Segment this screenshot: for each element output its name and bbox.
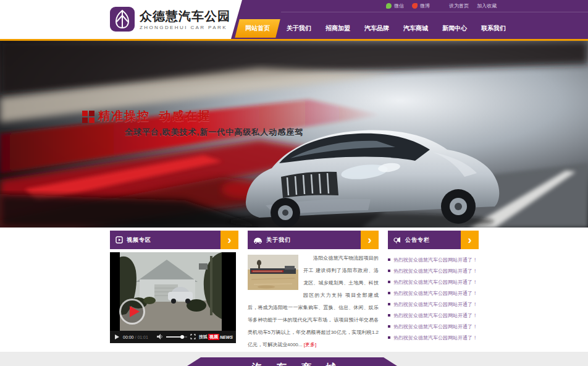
video-icon bbox=[116, 236, 123, 244]
video-brand: 搜狐 视频 NEWS bbox=[199, 334, 233, 340]
nav-item-news[interactable]: 新闻中心 bbox=[437, 19, 472, 38]
nav-label: 联系我们 bbox=[481, 25, 506, 32]
time-current: 00:00 bbox=[123, 335, 134, 339]
about-panel-more-button[interactable]: › bbox=[361, 231, 379, 249]
wechat-icon bbox=[386, 3, 392, 9]
bullet-icon bbox=[388, 325, 390, 328]
bullet-icon bbox=[388, 281, 390, 283]
about-panel-title: 关于我们 bbox=[266, 236, 291, 244]
page: 微信 微博 设为首页 加入收藏 众德慧汽车公园 bbox=[0, 0, 588, 366]
nav-label: 网站首页 bbox=[245, 19, 270, 38]
nav-item-about[interactable]: 关于我们 bbox=[281, 19, 317, 38]
notice-list-item[interactable]: 热烈祝贺众德慧汽车公园网站开通了！ bbox=[388, 265, 479, 276]
notice-panel-title: 公告专栏 bbox=[405, 236, 430, 244]
bullet-icon bbox=[388, 303, 390, 305]
content-panels: 视频专区 › bbox=[110, 231, 479, 348]
time-divider: / bbox=[135, 335, 136, 339]
site-title-en: ZHONGDEHUI CAR PARK bbox=[140, 25, 230, 30]
add-favorite-link[interactable]: 加入收藏 bbox=[477, 2, 497, 9]
about-panel: 关于我们 › 洛阳众德慧汽车物流园项目的开工 建设得到了洛阳市政府、洛龙区、城乡… bbox=[248, 231, 379, 351]
bullet-icon bbox=[388, 292, 390, 294]
notice-list-item[interactable]: 热烈祝贺众德慧汽车公园网站开通了！ bbox=[388, 332, 479, 343]
nav-label: 新闻中心 bbox=[442, 25, 467, 32]
nav-label: 汽车商城 bbox=[403, 25, 428, 32]
set-home-label: 设为首页 bbox=[449, 2, 469, 9]
bullet-icon bbox=[388, 270, 390, 272]
video-panel-header: 视频专区 › bbox=[110, 231, 238, 249]
notice-list: 热烈祝贺众德慧汽车公园网站开通了！ 热烈祝贺众德慧汽车公园网站开通了！ 热烈祝贺… bbox=[388, 254, 479, 343]
nav-item-mall[interactable]: 汽车商城 bbox=[398, 19, 434, 38]
nav-label: 招商加盟 bbox=[326, 25, 350, 32]
notice-list-item[interactable]: 热烈祝贺众德慧汽车公园网站开通了！ bbox=[388, 254, 479, 265]
logo-icon bbox=[110, 7, 135, 32]
footer-section-title: 汽车商城 bbox=[0, 362, 588, 366]
megaphone-icon bbox=[393, 236, 401, 244]
wechat-link[interactable]: 微信 bbox=[386, 2, 404, 9]
notice-list-item[interactable]: 热烈祝贺众德慧汽车公园网站开通了！ bbox=[388, 299, 479, 310]
nav-label: 关于我们 bbox=[287, 25, 311, 32]
notice-panel: 公告专栏 › 热烈祝贺众德慧汽车公园网站开通了！ 热烈祝贺众德慧汽车公园网站开通… bbox=[388, 231, 479, 343]
add-favorite-label: 加入收藏 bbox=[477, 2, 497, 9]
logo-text: 众德慧汽车公园 ZHONGDEHUI CAR PARK bbox=[140, 9, 230, 30]
player-play-icon[interactable] bbox=[115, 334, 119, 339]
nav-item-home[interactable]: 网站首页 bbox=[235, 19, 280, 38]
weibo-link[interactable]: 微博 bbox=[412, 2, 430, 9]
topbar: 微信 微博 设为首页 加入收藏 bbox=[281, 0, 588, 12]
notice-item-text: 热烈祝贺众德慧汽车公园网站开通了！ bbox=[393, 334, 477, 341]
hero-grid-icon bbox=[82, 111, 94, 123]
bullet-icon bbox=[388, 258, 390, 261]
volume-icon[interactable] bbox=[157, 334, 163, 340]
main-nav: 网站首页 关于我们 招商加盟 汽车品牌 汽车商城 新闻中心 联系我们 bbox=[237, 19, 514, 38]
car-icon bbox=[253, 237, 262, 244]
time-total: 01:01 bbox=[137, 335, 148, 339]
notice-panel-header: 公告专栏 › bbox=[388, 231, 479, 249]
video-controls: 00:00 / 01:01 bbox=[110, 331, 236, 343]
weibo-label: 微博 bbox=[420, 2, 430, 9]
notice-list-item[interactable]: 热烈祝贺众德慧汽车公园网站开通了！ bbox=[388, 310, 479, 321]
notice-item-text: 热烈祝贺众德慧汽车公园网站开通了！ bbox=[393, 301, 477, 308]
player-time: 00:00 / 01:01 bbox=[123, 335, 148, 339]
more-link[interactable]: [更多] bbox=[304, 342, 316, 347]
notice-item-text: 热烈祝贺众德慧汽车公园网站开通了！ bbox=[393, 323, 477, 330]
weibo-icon bbox=[412, 3, 418, 9]
fullscreen-icon[interactable] bbox=[190, 334, 196, 340]
notice-list-item[interactable]: 热烈祝贺众德慧汽车公园网站开通了！ bbox=[388, 287, 479, 299]
video-panel-title: 视频专区 bbox=[127, 236, 151, 244]
brand-news: NEWS bbox=[220, 335, 233, 339]
hero-carousel[interactable]: 精准操控 动感在握 全球平台,欧美技术,新一代中高级私人动感座驾 bbox=[0, 41, 588, 228]
hero-subtitle: 全球平台,欧美技术,新一代中高级私人动感座驾 bbox=[125, 127, 303, 138]
nav-label: 汽车品牌 bbox=[364, 25, 389, 32]
hero-title: 精准操控 动感在握 bbox=[98, 108, 211, 124]
notice-list-item[interactable]: 热烈祝贺众德慧汽车公园网站开通了！ bbox=[388, 276, 479, 287]
site-title: 众德慧汽车公园 bbox=[140, 9, 230, 23]
bullet-icon bbox=[388, 314, 390, 317]
video-panel-more-button[interactable]: › bbox=[220, 231, 238, 249]
notice-item-text: 热烈祝贺众德慧汽车公园网站开通了！ bbox=[393, 268, 477, 274]
about-image[interactable] bbox=[248, 255, 298, 290]
video-player[interactable]: 00:00 / 01:01 bbox=[110, 252, 236, 343]
brand-tv-badge: 视频 bbox=[208, 334, 219, 340]
about-panel-header: 关于我们 › bbox=[248, 231, 379, 249]
header: 微信 微博 设为首页 加入收藏 众德慧汽车公园 bbox=[0, 0, 588, 39]
volume-slider[interactable] bbox=[166, 336, 187, 338]
play-button[interactable] bbox=[119, 299, 145, 325]
nav-item-join[interactable]: 招商加盟 bbox=[320, 19, 356, 38]
nav-item-contact[interactable]: 联系我们 bbox=[476, 19, 511, 38]
bullet-icon bbox=[388, 336, 390, 339]
logo[interactable]: 众德慧汽车公园 ZHONGDEHUI CAR PARK bbox=[110, 7, 230, 32]
notice-item-text: 热烈祝贺众德慧汽车公园网站开通了！ bbox=[393, 312, 477, 319]
notice-list-item[interactable]: 热烈祝贺众德慧汽车公园网站开通了！ bbox=[388, 321, 479, 332]
notice-panel-more-button[interactable]: › bbox=[461, 231, 479, 249]
notice-item-text: 热烈祝贺众德慧汽车公园网站开通了！ bbox=[393, 279, 477, 286]
brand-sohu: 搜狐 bbox=[199, 334, 208, 340]
nav-item-brands[interactable]: 汽车品牌 bbox=[359, 19, 395, 38]
notice-item-text: 热烈祝贺众德慧汽车公园网站开通了！ bbox=[393, 290, 477, 297]
set-home-link[interactable]: 设为首页 bbox=[449, 2, 469, 9]
video-panel: 视频专区 › bbox=[110, 231, 238, 343]
about-body: 洛阳众德慧汽车物流园项目的开工 建设得到了洛阳市政府、洛龙区、城乡规划局、土地局… bbox=[248, 252, 379, 351]
wechat-label: 微信 bbox=[394, 2, 404, 9]
notice-item-text: 热烈祝贺众德慧汽车公园网站开通了！ bbox=[393, 257, 477, 263]
